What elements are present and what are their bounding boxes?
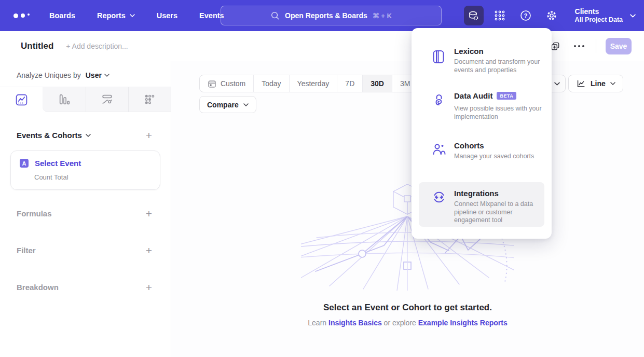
integrations-title: Integrations	[454, 189, 499, 198]
menu-item-integrations[interactable]: Integrations Connect Mixpanel to a data …	[419, 182, 544, 227]
project-selector[interactable]: Clients All Project Data	[575, 7, 636, 24]
header-actions: Save	[548, 38, 632, 54]
analyze-uniques-selector[interactable]: Analyze Uniques by User	[17, 71, 171, 79]
project-scope: All Project Data	[575, 16, 623, 24]
menu-item-cohorts[interactable]: Cohorts Manage your saved cohorts	[419, 141, 544, 174]
events-cohorts-toggle[interactable]: Events & Cohorts	[17, 131, 91, 140]
lexicon-description: Document and transform your events and p…	[454, 58, 551, 74]
save-button[interactable]: Save	[606, 38, 632, 54]
breakdown-label: Breakdown	[17, 283, 59, 292]
logo-dot	[21, 13, 25, 18]
lexicon-book-icon	[432, 50, 445, 64]
data-audit-description: View possible issues with your implement…	[454, 105, 559, 121]
events-cohorts-label: Events & Cohorts	[17, 131, 82, 140]
tab-line-chart[interactable]	[0, 87, 43, 112]
data-management-button[interactable]	[464, 6, 484, 25]
date-range-30d[interactable]: 30D	[362, 75, 392, 92]
add-event-button[interactable]: +	[146, 131, 152, 140]
nav-reports-label: Reports	[97, 11, 126, 20]
chevron-down-icon	[630, 14, 636, 18]
beta-badge: BETA	[497, 92, 516, 100]
search-placeholder: Open Reports & Boards	[285, 11, 367, 20]
date-range-control: Custom Today Yesterday 7D 30D 3M 6M	[199, 75, 445, 92]
integrations-sync-icon	[432, 190, 446, 204]
svg-text:?: ?	[524, 12, 527, 19]
dot-grid-icon	[143, 93, 156, 106]
empty-state-title: Select an Event or Cohort to get started…	[171, 303, 644, 313]
tab-metric[interactable]	[128, 87, 171, 112]
date-range-yesterday[interactable]: Yesterday	[289, 75, 337, 92]
nav-boards[interactable]: Boards	[49, 11, 75, 20]
chevron-down-icon	[104, 74, 109, 77]
data-management-menu: Lexicon Document and transform your even…	[412, 28, 552, 239]
add-formula-button[interactable]: +	[146, 210, 152, 218]
formulas-section: Formulas +	[0, 209, 171, 218]
data-audit-icon	[432, 93, 446, 108]
database-gear-icon	[468, 10, 479, 22]
nav-links: Boards Reports Users Events	[49, 11, 224, 20]
event-badge: A	[20, 159, 29, 168]
insights-basics-link[interactable]: Insights Basics	[328, 319, 382, 327]
tab-flow[interactable]	[86, 87, 128, 112]
tab-bar-chart[interactable]	[43, 87, 85, 112]
nav-users[interactable]: Users	[157, 11, 177, 20]
divider	[596, 39, 596, 53]
line-chart-icon	[15, 93, 28, 106]
lexicon-title: Lexicon	[454, 47, 484, 56]
chevron-down-icon	[610, 82, 615, 85]
logo-dot	[13, 13, 18, 18]
or-explore-text: or explore	[384, 319, 416, 327]
learn-prefix: Learn	[308, 319, 326, 327]
search-icon	[270, 11, 280, 20]
menu-item-data-audit[interactable]: Data Audit BETA View possible issues wit…	[419, 91, 544, 143]
add-description[interactable]: + Add description...	[66, 42, 128, 50]
integrations-description: Connect Mixpanel to a data pipeline or c…	[454, 200, 543, 225]
duplicate-icon	[550, 41, 560, 51]
project-name: Clients	[575, 7, 623, 16]
cohorts-people-icon	[432, 143, 446, 156]
chart-type-tabs	[0, 87, 171, 112]
cohorts-description: Manage your saved cohorts	[454, 153, 563, 161]
more-options-button[interactable]	[572, 43, 586, 49]
chevron-down-icon	[243, 103, 249, 106]
report-title[interactable]: Untitled	[21, 41, 53, 51]
gear-icon	[545, 9, 558, 22]
analyze-value: User	[86, 71, 102, 79]
main-canvas: Custom Today Yesterday 7D 30D 3M 6M Line…	[171, 61, 644, 357]
add-breakdown-button[interactable]: +	[146, 283, 152, 292]
search-shortcut: ⌘ + K	[373, 12, 392, 20]
empty-state-subtitle: Learn Insights Basics or explore Example…	[171, 319, 644, 327]
date-range-custom-label: Custom	[221, 79, 245, 88]
help-icon: ?	[519, 9, 532, 22]
search-bar[interactable]: Open Reports & Boards ⌘ + K	[221, 6, 442, 25]
add-filter-button[interactable]: +	[146, 246, 152, 255]
line-chart-icon	[576, 79, 586, 89]
mixpanel-logo[interactable]	[13, 13, 30, 18]
ellipsis-icon	[574, 45, 584, 47]
example-reports-link[interactable]: Example Insights Reports	[418, 319, 508, 327]
chevron-down-icon	[130, 14, 135, 17]
filter-section: Filter +	[0, 246, 171, 255]
event-card[interactable]: A Select Event Count Total	[10, 150, 160, 190]
date-range-custom[interactable]: Custom	[200, 75, 253, 92]
chart-type-button[interactable]: Line	[568, 75, 623, 92]
logo-dot	[28, 13, 30, 16]
calendar-icon	[208, 79, 216, 88]
count-total-label[interactable]: Count Total	[34, 173, 152, 181]
compare-button[interactable]: Compare	[199, 96, 256, 113]
settings-button[interactable]	[542, 6, 561, 25]
help-button[interactable]: ?	[516, 6, 536, 25]
query-sidebar: Analyze Uniques by User	[0, 61, 171, 357]
date-range-today[interactable]: Today	[253, 75, 289, 92]
select-event-label[interactable]: Select Event	[35, 159, 81, 168]
cohorts-title: Cohorts	[454, 141, 484, 150]
apps-grid-button[interactable]	[490, 6, 510, 25]
chevron-down-icon	[86, 134, 91, 137]
filter-label: Filter	[17, 246, 36, 255]
nav-reports[interactable]: Reports	[97, 11, 135, 20]
events-cohorts-header: Events & Cohorts +	[0, 131, 171, 140]
date-range-7d[interactable]: 7D	[337, 75, 362, 92]
chart-type-label: Line	[591, 79, 606, 88]
top-navigation: Boards Reports Users Events Open Reports…	[0, 0, 644, 31]
data-audit-title: Data Audit	[454, 91, 492, 100]
